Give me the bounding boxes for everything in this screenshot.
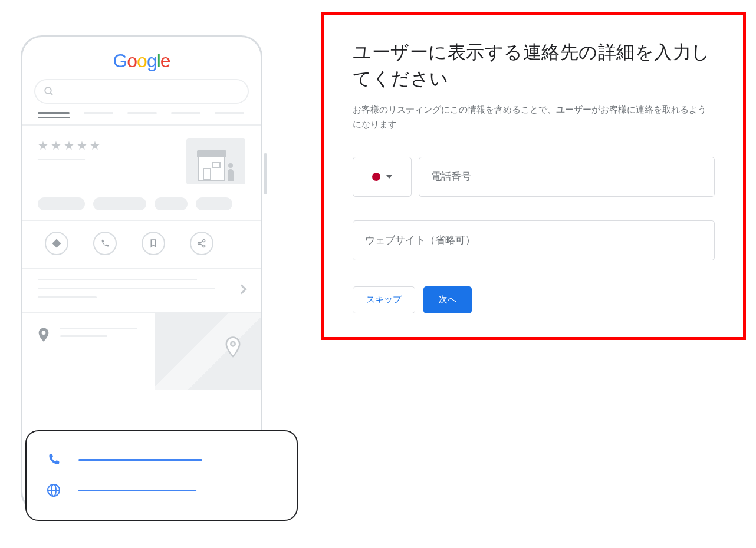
mock-map-block [34, 313, 249, 345]
svg-line-1 [50, 93, 52, 95]
skip-button[interactable]: スキップ [353, 286, 415, 313]
mock-result-card: ★★★★★ [34, 126, 249, 194]
japan-flag-icon [372, 173, 380, 181]
chevron-down-icon [386, 175, 392, 179]
contact-form-panel: ユーザーに表示する連絡先の詳細を入力してください お客様のリスティングにこの情報… [321, 12, 746, 340]
bookmark-icon [142, 232, 165, 255]
mock-info-block [34, 269, 249, 312]
pin-icon [38, 328, 50, 345]
mock-pills [34, 194, 249, 220]
mock-tabs [34, 112, 249, 114]
phone-mockup: Google ★★★★★ [21, 35, 262, 513]
chevron-right-icon [237, 285, 247, 295]
website-input[interactable] [353, 220, 715, 260]
form-buttons: スキップ 次へ [353, 286, 715, 313]
google-logo: Google [34, 50, 249, 72]
phone-number-input[interactable] [419, 157, 715, 197]
mock-search-bar [34, 79, 249, 104]
popup-website-row [44, 475, 279, 506]
svg-line-6 [200, 244, 203, 246]
globe-icon [47, 483, 61, 497]
popup-phone-row [44, 444, 279, 475]
country-code-select[interactable] [353, 157, 412, 197]
directions-icon [45, 232, 68, 255]
svg-line-5 [200, 241, 203, 243]
mock-action-icons [34, 221, 249, 268]
phone-icon [47, 453, 61, 467]
form-subtitle: お客様のリスティングにこの情報を含めることで、ユーザーがお客様に連絡を取れるよう… [353, 102, 715, 132]
mock-thumbnail [186, 138, 245, 184]
call-icon [93, 232, 117, 255]
phone-side-button [264, 153, 267, 194]
form-title: ユーザーに表示する連絡先の詳細を入力してください [353, 39, 715, 93]
phone-input-row [353, 157, 715, 197]
contact-popup [25, 430, 298, 521]
svg-point-0 [45, 87, 51, 94]
next-button[interactable]: 次へ [423, 286, 472, 313]
search-icon [44, 86, 54, 97]
star-rating-icon: ★★★★★ [38, 138, 103, 153]
share-icon [190, 232, 213, 255]
